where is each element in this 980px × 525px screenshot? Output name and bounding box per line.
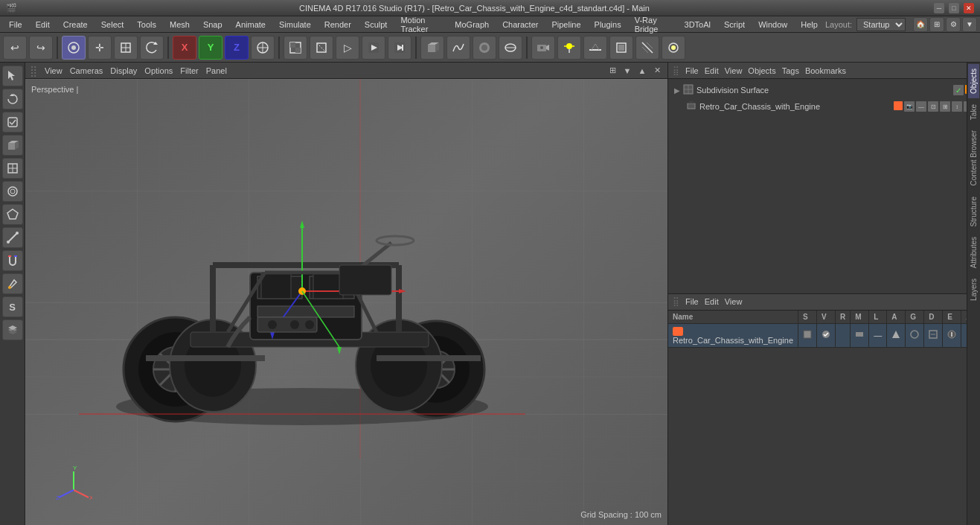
menu-motion-tracker[interactable]: Motion Tracker [394, 14, 447, 35]
vp-menu-view[interactable]: View [45, 66, 63, 75]
vp-icon-down[interactable]: ▼ [621, 65, 633, 77]
floor-button[interactable] [583, 36, 607, 60]
obj-car-icon-1[interactable]: 📷 [904, 101, 915, 112]
menu-vray[interactable]: V-Ray Bridge [629, 14, 677, 35]
tab-layers[interactable]: Layers [968, 274, 979, 305]
left-btn-paint[interactable] [2, 273, 23, 294]
menu-simulate[interactable]: Simulate [273, 19, 317, 31]
objects-file[interactable]: File [685, 66, 699, 75]
tab-objects[interactable]: Objects [968, 64, 979, 98]
cube-icon-button[interactable] [420, 36, 444, 60]
obj-car-icon-2[interactable]: — [916, 101, 926, 112]
objects-row-subdivision[interactable]: ▶ Subdivision Surface ✓ [671, 82, 977, 98]
tab-attributes[interactable]: Attributes [968, 232, 979, 273]
menu-script[interactable]: Script [718, 19, 751, 31]
menu-render[interactable]: Render [318, 19, 357, 31]
deformer-button[interactable] [499, 36, 522, 60]
layout-btn-3[interactable]: ⚙ [946, 17, 961, 32]
attr-edit[interactable]: Edit [705, 297, 719, 306]
menu-window[interactable]: Window [752, 19, 793, 31]
left-btn-subdivide[interactable] [2, 158, 23, 179]
obj-car-icon-3[interactable]: ⊡ [928, 101, 938, 112]
menu-mesh[interactable]: Mesh [164, 19, 196, 31]
menu-character[interactable]: Character [496, 19, 544, 31]
left-btn-magnet[interactable] [2, 250, 23, 271]
tab-structure[interactable]: Structure [968, 192, 979, 232]
vp-icon-grid[interactable]: ⊞ [606, 65, 618, 77]
vp-menu-options[interactable]: Options [144, 66, 173, 75]
menu-select[interactable]: Select [95, 19, 130, 31]
objects-objects[interactable]: Objects [748, 66, 775, 75]
camera-button[interactable] [531, 36, 555, 60]
attr-view[interactable]: View [725, 297, 743, 306]
menu-edit[interactable]: Edit [30, 19, 56, 31]
grid-btn[interactable] [635, 36, 659, 60]
attr-row-car[interactable]: Retro_Car_Chassis_with_Engine [668, 323, 980, 347]
render-full-button[interactable] [362, 36, 385, 60]
obj-car-icon-4[interactable]: ⊞ [940, 101, 950, 112]
left-btn-check[interactable] [2, 112, 23, 133]
layout-select[interactable]: Startup [856, 18, 906, 31]
obj-check-icon[interactable]: ✓ [953, 85, 964, 95]
menu-help[interactable]: Help [795, 19, 824, 31]
menu-sculpt[interactable]: Sculpt [359, 19, 394, 31]
render-region-button[interactable] [310, 36, 333, 60]
left-btn-edge[interactable] [2, 227, 23, 248]
objects-tags[interactable]: Tags [782, 66, 799, 75]
left-btn-s[interactable]: S [2, 296, 23, 317]
rotate-button[interactable] [140, 36, 164, 60]
vp-icon-x[interactable]: ✕ [651, 65, 663, 77]
objects-view[interactable]: View [725, 66, 743, 75]
coord-system-button[interactable] [251, 36, 275, 60]
viewport-3d[interactable]: Perspective | [25, 79, 667, 525]
vp-menu-filter[interactable]: Filter [180, 66, 198, 75]
menu-tools[interactable]: Tools [131, 19, 162, 31]
menu-plugins[interactable]: Plugins [589, 19, 627, 31]
menu-file[interactable]: File [3, 19, 28, 31]
tab-content-browser[interactable]: Content Browser [968, 126, 979, 190]
scale-button[interactable] [114, 36, 138, 60]
close-button[interactable]: ✕ [964, 3, 974, 13]
undo-button[interactable]: ↩ [3, 36, 27, 60]
attr-file[interactable]: File [685, 297, 699, 306]
axis-z-button[interactable]: Z [225, 36, 249, 60]
render-view-button[interactable]: ▷ [336, 36, 359, 60]
lamp-btn[interactable] [662, 36, 685, 60]
left-btn-twirl[interactable] [2, 89, 23, 109]
tab-take[interactable]: Take [968, 100, 979, 124]
menu-snap[interactable]: Snap [197, 19, 228, 31]
spline-button[interactable] [446, 36, 470, 60]
vp-menu-display[interactable]: Display [110, 66, 137, 75]
minimize-button[interactable]: ─ [934, 3, 944, 13]
objects-row-car[interactable]: Retro_Car_Chassis_with_Engine 📷 — ⊡ ⊞ ↕ … [671, 98, 977, 115]
left-btn-pointer[interactable] [2, 66, 23, 86]
layout-btn-1[interactable]: 🏠 [913, 17, 928, 32]
move-button[interactable]: ✛ [88, 36, 112, 60]
objects-edit[interactable]: Edit [705, 66, 719, 75]
menu-create[interactable]: Create [57, 19, 94, 31]
redo-button[interactable]: ↪ [29, 36, 53, 60]
light-button[interactable] [557, 36, 581, 60]
layout-btn-2[interactable]: ⊞ [929, 17, 944, 32]
maximize-button[interactable]: □ [949, 3, 959, 13]
scene-btn[interactable] [609, 36, 633, 60]
live-selection-button[interactable] [62, 36, 86, 60]
menu-pipeline[interactable]: Pipeline [545, 19, 586, 31]
obj-car-icon-5[interactable]: ↕ [952, 101, 962, 112]
left-btn-layers[interactable] [2, 319, 23, 340]
left-btn-ring[interactable] [2, 181, 23, 202]
menu-animate[interactable]: Animate [230, 19, 272, 31]
vp-menu-panel[interactable]: Panel [206, 66, 227, 75]
new-view-button[interactable] [284, 36, 307, 60]
left-btn-cube[interactable] [2, 135, 23, 156]
nurbs-button[interactable] [473, 36, 496, 60]
left-btn-poly[interactable] [2, 204, 23, 225]
objects-bookmarks[interactable]: Bookmarks [805, 66, 846, 75]
axis-x-button[interactable]: X [173, 36, 196, 60]
vp-icon-up[interactable]: ▲ [636, 65, 648, 77]
menu-3dtoai[interactable]: 3DToAl [679, 19, 717, 31]
layout-btn-arrow[interactable]: ▼ [962, 17, 977, 32]
render-options-button[interactable] [388, 36, 411, 60]
axis-y-button[interactable]: Y [199, 36, 222, 60]
vp-menu-cameras[interactable]: Cameras [70, 66, 103, 75]
